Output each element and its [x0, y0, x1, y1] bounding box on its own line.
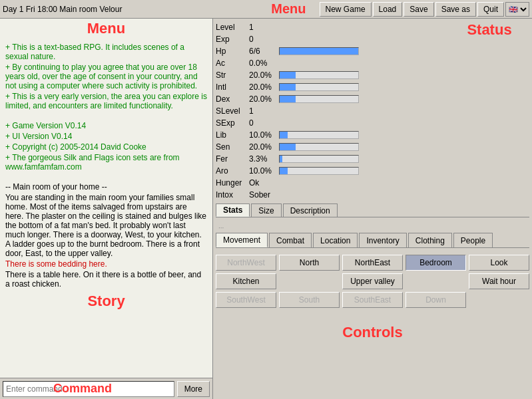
spacer-3	[469, 292, 529, 308]
move-north[interactable]: North	[279, 255, 340, 271]
movement-grid: NorthWest North NorthEast Bedroom Look K…	[216, 252, 529, 311]
stat-name: Ac	[216, 59, 249, 68]
story-line: + UI Version V0.14	[5, 132, 207, 141]
stat-bar	[280, 84, 296, 90]
stat-name: SExp	[216, 118, 249, 128]
tab-stats[interactable]: Stats	[216, 203, 250, 217]
stat-bar	[280, 96, 296, 102]
stat-value: 3.3%	[249, 154, 279, 164]
stat-value: 10.0%	[249, 166, 279, 176]
stat-value: 1	[249, 106, 279, 116]
load-button[interactable]: Load	[373, 2, 403, 17]
ctrl-tab-combat[interactable]: Combat	[269, 233, 312, 247]
move-down[interactable]: Down	[405, 292, 466, 308]
stat-row: Ac0.0%	[216, 57, 449, 69]
story-line: You are standing in the main room your f…	[5, 193, 207, 258]
stat-bar	[280, 156, 282, 162]
ctrl-tab-movement[interactable]: Movement	[216, 233, 268, 247]
command-input[interactable]	[3, 381, 174, 397]
status-label-area: Status	[449, 21, 529, 201]
command-bar: Command More	[0, 378, 212, 399]
story-line: + By continuing to play you agree that y…	[5, 63, 207, 90]
move-northwest[interactable]: NorthWest	[216, 255, 276, 271]
quit-button[interactable]: Quit	[477, 2, 504, 17]
stat-name: Exp	[216, 35, 249, 44]
stat-bar-container	[279, 95, 359, 103]
story-line: -- Main room of your home --	[5, 182, 207, 192]
stat-value: 10.0%	[249, 130, 279, 140]
stat-value: 20.0%	[249, 94, 279, 104]
stat-bar-container	[279, 155, 359, 163]
move-southeast[interactable]: SouthEast	[342, 292, 403, 308]
stat-value: Ok	[249, 178, 279, 188]
stat-row: Lib10.0%	[216, 129, 449, 141]
ctrl-tab-location[interactable]: Location	[313, 233, 358, 247]
controls-label: Controls	[216, 324, 529, 341]
move-bedroom[interactable]: Bedroom	[405, 255, 466, 271]
stat-row: Hp6/6	[216, 45, 449, 57]
move-upper-valley[interactable]: Upper valley	[342, 273, 403, 289]
stat-row: Sen20.0%	[216, 141, 449, 153]
stat-row: Level1	[216, 21, 449, 33]
stats-area: Level1Exp0Hp6/6Ac0.0%Str20.0%Intl20.0%De…	[216, 21, 449, 201]
ctrl-tab-people[interactable]: People	[453, 233, 493, 247]
stat-name: Aro	[216, 166, 249, 176]
stat-name: Hp	[216, 47, 249, 56]
story-line: + This is a very early version, the area…	[5, 92, 207, 110]
right-panel: Level1Exp0Hp6/6Ac0.0%Str20.0%Intl20.0%De…	[213, 19, 532, 399]
stat-row: SLevel1	[216, 105, 449, 117]
tab-description[interactable]: Description	[283, 203, 338, 217]
stat-name: SLevel	[216, 106, 249, 116]
stat-bar	[280, 132, 288, 138]
move-south[interactable]: South	[279, 292, 340, 308]
move-wait-hour[interactable]: Wait hour	[469, 273, 529, 289]
menu-header: Menu	[0, 19, 212, 39]
stat-value: 6/6	[249, 47, 279, 56]
left-panel: Menu + This is a text-based RPG. It incl…	[0, 19, 213, 399]
top-bar-buttons: New Game Load Save Save as Quit 🇬🇧	[320, 2, 529, 17]
tab-size[interactable]: Size	[251, 203, 281, 217]
stat-value: 1	[249, 23, 279, 32]
ctrl-tab-clothing[interactable]: Clothing	[408, 233, 452, 247]
story-line: + This is a text-based RPG. It includes …	[5, 43, 207, 61]
story-line: + Copyright (c) 2005-2014 David Cooke	[5, 142, 207, 152]
stat-name: Intox	[216, 190, 249, 200]
status-section: Level1Exp0Hp6/6Ac0.0%Str20.0%Intl20.0%De…	[213, 19, 532, 220]
language-select[interactable]: 🇬🇧	[505, 2, 529, 17]
more-button[interactable]: More	[177, 381, 210, 397]
stat-row: SExp0	[216, 117, 449, 129]
stat-name: Str	[216, 70, 249, 80]
stat-name: Fer	[216, 154, 249, 164]
top-bar: Day 1 Fri 18:00 Main room Velour Menu Ne…	[0, 0, 532, 19]
stat-value: 20.0%	[249, 142, 279, 152]
stat-value: 0	[249, 35, 279, 44]
stats-table: Level1Exp0Hp6/6Ac0.0%Str20.0%Intl20.0%De…	[216, 21, 449, 201]
ctrl-tab-inventory[interactable]: Inventory	[359, 233, 406, 247]
new-game-button[interactable]: New Game	[320, 2, 372, 17]
stat-row: IntoxSober	[216, 189, 449, 201]
stat-value: 20.0%	[249, 70, 279, 80]
save-button[interactable]: Save	[403, 2, 433, 17]
stat-row: HungerOk	[216, 177, 449, 189]
save-as-button[interactable]: Save as	[435, 2, 476, 17]
stat-row: Aro10.0%	[216, 165, 449, 177]
stat-bar-container	[279, 71, 359, 79]
move-kitchen[interactable]: Kitchen	[216, 273, 276, 289]
move-look[interactable]: Look	[469, 255, 529, 271]
stat-bar	[280, 144, 296, 150]
story-label: Story	[5, 290, 207, 313]
controls-tabs: Movement Combat Location Inventory Cloth…	[216, 233, 529, 248]
stat-bar-container	[279, 143, 359, 151]
story-line: + Game Version V0.14	[5, 121, 207, 130]
main-layout: Menu + This is a text-based RPG. It incl…	[0, 19, 532, 399]
story-line: There is a table here. On it there is a …	[5, 270, 207, 289]
status-label: Status	[467, 21, 511, 39]
move-northeast[interactable]: NorthEast	[342, 255, 403, 271]
move-southwest[interactable]: SouthWest	[216, 292, 276, 308]
stat-bar-container	[279, 167, 359, 175]
story-line: + The gorgeous Silk and Flags icon sets …	[5, 153, 207, 172]
stat-row: Intl20.0%	[216, 81, 449, 93]
stat-name: Intl	[216, 82, 249, 92]
spacer-2	[405, 273, 466, 289]
stat-bar	[280, 72, 296, 78]
